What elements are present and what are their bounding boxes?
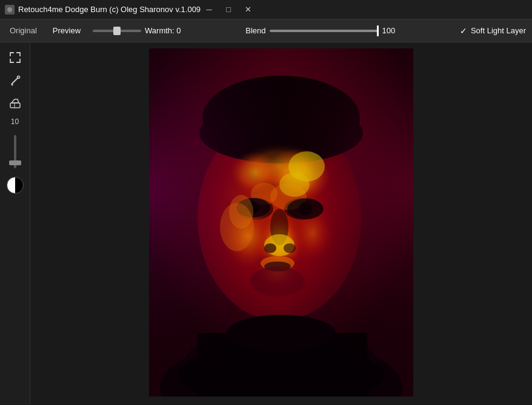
warmth-slider[interactable] <box>93 30 141 32</box>
blend-slider[interactable] <box>270 30 379 32</box>
titlebar: Retouch4me Dodge Burn (c) Oleg Sharonov … <box>0 0 532 19</box>
brush-size-slider[interactable] <box>14 135 16 168</box>
brush-size-slider-container <box>6 133 24 170</box>
image-canvas <box>149 48 413 397</box>
svg-line-2 <box>12 77 18 84</box>
contrast-button[interactable] <box>7 177 24 194</box>
blend-control: Blend 100 <box>190 26 451 35</box>
svg-marker-5 <box>12 99 19 103</box>
window-controls: ─ □ ✕ <box>201 4 256 16</box>
expand-tool[interactable] <box>5 48 25 67</box>
maximize-button[interactable]: □ <box>220 4 237 16</box>
eraser-tool[interactable] <box>5 94 25 113</box>
warmth-control: Warmth: 0 <box>93 26 181 35</box>
face-visualization <box>149 48 413 397</box>
svg-rect-4 <box>10 103 20 108</box>
brush-size-value: 10 <box>11 117 19 126</box>
image-preview <box>149 48 413 397</box>
canvas-area <box>30 42 532 405</box>
soft-light-checkmark: ✓ <box>460 26 467 36</box>
svg-rect-45 <box>149 48 413 397</box>
preview-button[interactable]: Preview <box>49 24 84 37</box>
close-button[interactable]: ✕ <box>239 4 256 16</box>
original-button[interactable]: Original <box>6 24 41 37</box>
soft-light-control: ✓ Soft Light Layer <box>460 26 526 36</box>
minimize-button[interactable]: ─ <box>201 4 218 16</box>
main-content: 10 <box>0 42 532 405</box>
app-icon <box>5 5 15 15</box>
blend-label: Blend <box>245 26 265 35</box>
warmth-label: Warmth: 0 <box>145 26 181 35</box>
sidebar: 10 <box>0 42 30 405</box>
soft-light-label: Soft Light Layer <box>471 26 526 35</box>
blend-value: 100 <box>382 26 396 35</box>
brush-tool[interactable] <box>5 71 25 90</box>
svg-point-1 <box>7 7 12 12</box>
svg-point-3 <box>17 76 19 79</box>
titlebar-title: Retouch4me Dodge Burn (c) Oleg Sharonov … <box>18 5 201 14</box>
toolbar: Original Preview Warmth: 0 Blend 100 ✓ S… <box>0 19 532 42</box>
